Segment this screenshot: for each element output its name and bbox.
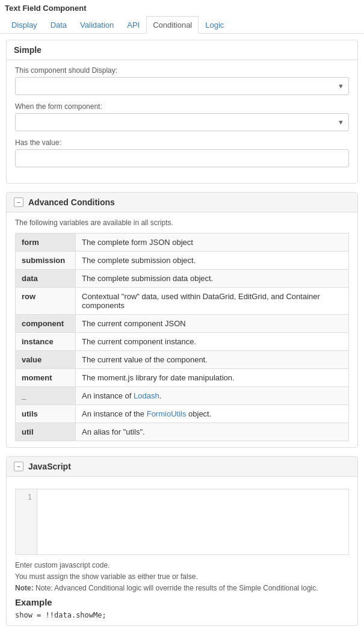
table-row: form The complete form JSON object <box>16 234 349 252</box>
tab-logic[interactable]: Logic <box>199 16 230 34</box>
tab-validation[interactable]: Validation <box>73 16 120 34</box>
page-title: Text Field Component <box>0 0 364 16</box>
var-name-component: component <box>16 315 76 333</box>
table-row: row Contextual "row" data, used within D… <box>16 288 349 315</box>
example-title: Example <box>15 597 349 607</box>
advanced-section-title: Advanced Conditions <box>28 197 115 207</box>
simple-section: Simple This component should Display: Tr… <box>6 40 358 184</box>
display-label: This component should Display: <box>15 66 349 75</box>
table-row: instance The current component instance. <box>16 333 349 351</box>
has-value-input[interactable] <box>15 149 349 167</box>
var-desc-util: An alias for "utils". <box>76 423 349 441</box>
form-component-form-group: When the form component: ▼ <box>15 102 349 131</box>
simple-section-header: Simple <box>7 40 357 60</box>
table-row: utils An instance of the FormioUtils obj… <box>16 405 349 423</box>
var-desc-instance: The current component instance. <box>76 333 349 351</box>
javascript-collapse-btn[interactable]: − <box>14 462 23 471</box>
javascript-section-header: − JavaScript <box>7 457 357 477</box>
tab-api[interactable]: API <box>120 16 146 34</box>
has-value-form-group: Has the value: <box>15 138 349 167</box>
table-row: _ An instance of Lodash. <box>16 387 349 405</box>
js-must-assign-text: You must assign the show variable as eit… <box>15 572 349 581</box>
var-name-submission: submission <box>16 252 76 270</box>
js-info-text: Enter custom javascript code. <box>15 561 349 569</box>
advanced-section: − Advanced Conditions The following vari… <box>6 192 358 448</box>
table-row: moment The moment.js library for date ma… <box>16 369 349 387</box>
var-desc-submission: The complete submission object. <box>76 252 349 270</box>
var-desc-form: The complete form JSON object <box>76 234 349 252</box>
form-component-label: When the form component: <box>15 102 349 111</box>
var-desc-component: The current component JSON <box>76 315 349 333</box>
var-name-value: value <box>16 351 76 369</box>
form-component-select[interactable] <box>15 113 349 131</box>
line-numbers: 1 <box>16 489 37 554</box>
has-value-label: Has the value: <box>15 138 349 147</box>
var-name-data: data <box>16 270 76 288</box>
var-name-moment: moment <box>16 369 76 387</box>
table-row: submission The complete submission objec… <box>16 252 349 270</box>
var-desc-row: Contextual "row" data, used within DataG… <box>76 288 349 315</box>
js-note-text: Note: Note: Advanced Conditional logic w… <box>15 584 349 592</box>
lodash-link[interactable]: Lodash <box>134 391 159 400</box>
var-name-row: row <box>16 288 76 315</box>
tab-conditional[interactable]: Conditional <box>146 16 199 34</box>
code-content-area[interactable] <box>37 489 348 554</box>
display-form-group: This component should Display: True Fals… <box>15 66 349 95</box>
var-name-form: form <box>16 234 76 252</box>
var-desc-moment: The moment.js library for date manipulat… <box>76 369 349 387</box>
table-row: util An alias for "utils". <box>16 423 349 441</box>
var-desc-data: The complete submission data object. <box>76 270 349 288</box>
var-desc-utils: An instance of the FormioUtils object. <box>76 405 349 423</box>
table-row: data The complete submission data object… <box>16 270 349 288</box>
var-desc-value: The current value of the component. <box>76 351 349 369</box>
code-editor: 1 <box>15 489 349 555</box>
tabs-container: Display Data Validation API Conditional … <box>0 16 364 34</box>
code-example: show = !!data.showMe; <box>15 611 349 619</box>
table-row: component The current component JSON <box>16 315 349 333</box>
javascript-section-title: JavaScript <box>28 462 71 471</box>
advanced-collapse-btn[interactable]: − <box>14 197 23 207</box>
table-row: value The current value of the component… <box>16 351 349 369</box>
display-select[interactable]: True False <box>15 77 349 95</box>
var-desc-underscore: An instance of Lodash. <box>76 387 349 405</box>
formioutils-link[interactable]: FormioUtils <box>147 409 187 418</box>
var-name-util: util <box>16 423 76 441</box>
var-name-underscore: _ <box>16 387 76 405</box>
advanced-section-header: − Advanced Conditions <box>7 193 357 212</box>
tab-data[interactable]: Data <box>44 16 73 34</box>
var-name-instance: instance <box>16 333 76 351</box>
var-name-utils: utils <box>16 405 76 423</box>
javascript-section: − JavaScript 1 Enter custom javascript c… <box>6 456 358 626</box>
tab-display[interactable]: Display <box>5 16 44 34</box>
variables-table: form The complete form JSON object submi… <box>15 233 349 441</box>
variables-note: The following variables are available in… <box>15 218 349 227</box>
line-number-1: 1 <box>20 493 32 501</box>
